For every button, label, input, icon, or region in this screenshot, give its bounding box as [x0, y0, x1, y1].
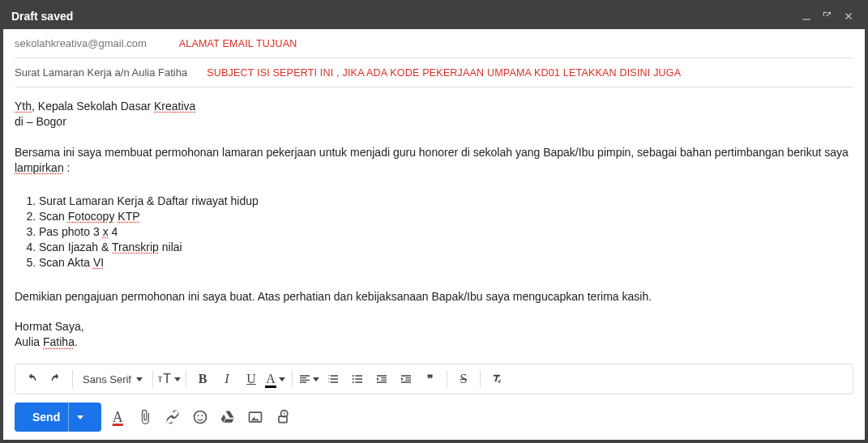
to-annotation: ALAMAT EMAIL TUJUAN — [179, 38, 297, 49]
bottom-actions: A — [109, 409, 291, 425]
popout-icon[interactable] — [819, 8, 836, 24]
svg-point-2 — [353, 378, 354, 380]
titlebar: Draft saved — [3, 3, 865, 29]
svg-rect-0 — [802, 19, 810, 20]
svg-point-4 — [195, 411, 207, 424]
attach-icon[interactable] — [137, 409, 153, 425]
format-toggle-icon[interactable]: A — [109, 409, 126, 425]
paragraph-1: Bersama ini saya membuat permohonan lama… — [15, 145, 853, 176]
send-button[interactable]: Send — [15, 403, 101, 432]
subject-annotation: SUBJECT ISI SEPERTI INI , JIKA ADA KODE … — [207, 67, 681, 79]
undo-icon[interactable] — [20, 368, 43, 390]
compose-window: Draft saved sekolahkreativa@gmail.com AL… — [0, 0, 868, 443]
remove-format-icon[interactable] — [485, 368, 508, 390]
svg-point-3 — [353, 381, 354, 383]
strikethrough-button[interactable]: S — [452, 368, 475, 390]
drive-icon[interactable] — [220, 409, 236, 425]
subject-value: Surat Lamaran Kerja a/n Aulia Fatiha — [15, 66, 187, 79]
svg-point-1 — [353, 375, 354, 377]
bottom-bar: Send A — [3, 394, 865, 440]
format-toolbar: Sans Serif тT B I U A ❞ S — [15, 364, 853, 394]
close-icon[interactable] — [840, 8, 857, 24]
minimize-icon[interactable] — [798, 8, 815, 24]
indent-less-icon[interactable] — [370, 368, 393, 390]
redo-icon[interactable] — [45, 368, 67, 390]
sign-off: Hormat Saya, — [15, 319, 853, 334]
to-field-row[interactable]: sekolahkreativa@gmail.com ALAMAT EMAIL T… — [15, 29, 853, 58]
salutation-line2: di – Bogor — [15, 114, 853, 130]
svg-point-5 — [198, 415, 199, 416]
header-fields: sekolahkreativa@gmail.com ALAMAT EMAIL T… — [3, 29, 865, 87]
window-title: Draft saved — [11, 10, 73, 23]
list-item: Surat Lamaran Kerja & Daftar riwayat hid… — [39, 194, 853, 209]
align-button[interactable] — [297, 368, 320, 390]
sender-name: Aulia Fatiha. — [15, 334, 853, 350]
bullet-list-icon[interactable] — [346, 368, 369, 390]
numbered-list-icon[interactable] — [322, 368, 344, 390]
attachment-list: Surat Lamaran Kerja & Daftar riwayat hid… — [39, 194, 853, 270]
font-size-select[interactable]: тT — [158, 368, 181, 390]
font-family-select[interactable]: Sans Serif — [78, 373, 148, 385]
email-body[interactable]: Yth, Kepala Sekolah Dasar Kreativa di – … — [3, 87, 865, 364]
list-item: Scan Ijazah & Transkrip nilai — [39, 240, 853, 255]
svg-point-6 — [202, 415, 203, 416]
closing-paragraph: Demikian pengajuan permohonan ini saya b… — [15, 289, 853, 305]
bold-button[interactable]: B — [191, 368, 214, 390]
text-color-button[interactable]: A — [264, 368, 287, 390]
subject-field-row[interactable]: Surat Lamaran Kerja a/n Aulia Fatiha SUB… — [15, 58, 853, 87]
photo-icon[interactable] — [247, 409, 263, 425]
underline-button[interactable]: U — [240, 368, 263, 390]
indent-more-icon[interactable] — [395, 368, 417, 390]
italic-button[interactable]: I — [216, 368, 238, 390]
quote-button[interactable]: ❞ — [419, 368, 442, 390]
salutation-line1: Yth, Kepala Sekolah Dasar Kreativa — [15, 99, 853, 114]
to-value: sekolahkreativa@gmail.com — [15, 37, 147, 49]
emoji-icon[interactable] — [192, 409, 208, 425]
list-item: Scan Akta VI — [39, 255, 853, 270]
confidential-icon[interactable] — [275, 409, 291, 425]
link-icon[interactable] — [165, 409, 181, 425]
list-item: Pas photo 3 x 4 — [39, 224, 853, 240]
list-item: Scan Fotocopy KTP — [39, 209, 853, 224]
